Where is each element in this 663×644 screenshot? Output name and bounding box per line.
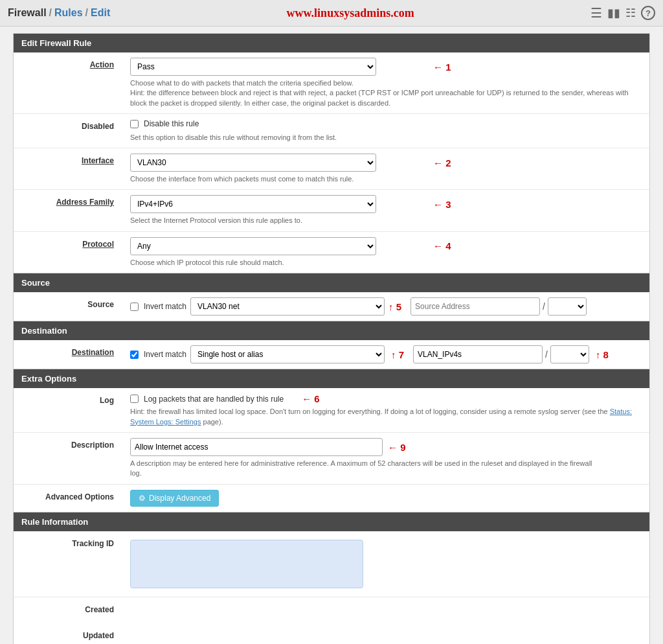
destination-invert-checkbox[interactable] xyxy=(130,351,139,359)
action-row: Action Pass Block Reject ← 1 Choose what… xyxy=(14,52,649,114)
disabled-hint: Set this option to disable this rule wit… xyxy=(130,133,643,143)
disabled-checkbox[interactable] xyxy=(130,120,139,128)
destination-address-group: / xyxy=(413,345,589,363)
breadcrumb: Firewall / Rules / Edit xyxy=(8,7,110,19)
annotation-5: ↑ 5 xyxy=(388,301,401,312)
source-invert-label[interactable]: Invert match xyxy=(130,302,186,311)
address-family-content: IPv4+IPv6 IPv4 IPv6 ← 3 Select the Inter… xyxy=(124,190,649,231)
help-icon[interactable]: ? xyxy=(641,6,655,20)
edit-link[interactable]: Edit xyxy=(91,7,110,19)
log-label: Log xyxy=(14,388,124,432)
rule-information-header: Rule Information xyxy=(14,512,649,531)
extra-options-section: Extra Options Log Log packets that are h… xyxy=(13,369,650,512)
annotation-6: ← 6 xyxy=(302,393,320,404)
action-label: Action xyxy=(14,52,124,113)
rule-information-section: Rule Information Tracking ID Created Upd… xyxy=(13,512,650,644)
disabled-content: Disable this rule Set this option to dis… xyxy=(124,114,649,148)
source-field-label: Source xyxy=(14,292,124,321)
destination-address-input[interactable] xyxy=(413,345,543,363)
source-cidr-select[interactable] xyxy=(548,297,587,316)
annotation-1: ← 1 xyxy=(433,62,451,73)
description-hint: A description may be entered here for ad… xyxy=(130,459,643,479)
description-row: Description ← 9 A description may be ent… xyxy=(14,433,649,485)
address-family-label: Address Family xyxy=(14,190,124,231)
advanced-options-label: Advanced Options xyxy=(14,485,124,512)
protocol-hint: Choose which IP protocol this rule shoul… xyxy=(130,258,643,268)
address-family-hint: Select the Internet Protocol version thi… xyxy=(130,216,643,225)
source-address-group: / xyxy=(410,297,587,316)
destination-content: Invert match Single host or alias any VL… xyxy=(124,340,649,369)
created-content xyxy=(124,597,649,623)
protocol-select[interactable]: Any TCP UDP ICMP xyxy=(130,237,376,255)
top-bar: Firewall / Rules / Edit www.linuxsysadmi… xyxy=(0,0,663,27)
disabled-row: Disabled Disable this rule Set this opti… xyxy=(14,114,649,148)
interface-row: Interface VLAN30 WAN LAN ← 2 Choose the … xyxy=(14,148,649,190)
extra-options-header: Extra Options xyxy=(14,369,649,388)
annotation-2: ← 2 xyxy=(433,157,451,168)
source-section: Source Source Invert match VLAN30 net an… xyxy=(13,273,650,321)
destination-section: Destination Destination Invert match Sin… xyxy=(13,321,650,369)
sep1: / xyxy=(49,7,52,19)
annotation-7: ↑ 7 xyxy=(391,349,404,360)
sep2: / xyxy=(85,7,88,19)
brand-label: Firewall xyxy=(8,7,47,19)
source-row: Source Invert match VLAN30 net any Singl… xyxy=(14,292,649,321)
source-address-input[interactable] xyxy=(410,297,540,316)
action-content: Pass Block Reject ← 1 Choose what to do … xyxy=(124,52,649,113)
description-input[interactable] xyxy=(130,438,383,456)
created-label: Created xyxy=(14,597,124,623)
log-hint: Hint: the firewall has limited local log… xyxy=(130,407,643,427)
destination-row: Destination Invert match Single host or … xyxy=(14,340,649,369)
description-content: ← 9 A description may be entered here fo… xyxy=(124,433,649,484)
destination-invert-label[interactable]: Invert match xyxy=(130,350,186,359)
annotation-9: ← 9 xyxy=(388,442,406,453)
annotation-4: ← 4 xyxy=(433,240,451,251)
address-family-row: Address Family IPv4+IPv6 IPv4 IPv6 ← 3 S… xyxy=(14,190,649,231)
interface-label: Interface xyxy=(14,148,124,189)
destination-cidr-select[interactable] xyxy=(550,345,589,363)
source-type-select[interactable]: VLAN30 net any Single host or alias xyxy=(190,297,385,316)
protocol-row: Protocol Any TCP UDP ICMP ← 4 Choose whi… xyxy=(14,232,649,273)
protocol-content: Any TCP UDP ICMP ← 4 Choose which IP pro… xyxy=(124,232,649,273)
main-content: Edit Firewall Rule Action Pass Block Rej… xyxy=(6,27,657,644)
advanced-options-row: Advanced Options ⚙ Display Advanced xyxy=(14,485,649,512)
table-icon[interactable]: ☷ xyxy=(625,6,636,20)
annotation-3: ← 3 xyxy=(433,199,451,210)
address-family-select[interactable]: IPv4+IPv6 IPv4 IPv6 xyxy=(130,195,376,213)
description-label: Description xyxy=(14,433,124,484)
updated-row: Updated xyxy=(14,623,649,644)
log-checkbox-label[interactable]: Log packets that are handled by this rul… xyxy=(130,395,284,404)
source-invert-checkbox[interactable] xyxy=(130,303,139,311)
destination-type-select[interactable]: Single host or alias any VLAN30 net xyxy=(190,345,385,363)
tracking-id-row: Tracking ID xyxy=(14,531,649,597)
rules-link[interactable]: Rules xyxy=(54,7,83,19)
source-header: Source xyxy=(14,273,649,292)
interface-hint: Choose the interface from which packets … xyxy=(130,174,643,184)
log-content: Log packets that are handled by this rul… xyxy=(124,388,649,432)
edit-firewall-rule-section: Edit Firewall Rule Action Pass Block Rej… xyxy=(13,33,650,273)
sliders-icon[interactable]: ☰ xyxy=(590,5,602,21)
tracking-id-label: Tracking ID xyxy=(14,531,124,597)
log-checkbox[interactable] xyxy=(130,395,139,403)
interface-select[interactable]: VLAN30 WAN LAN xyxy=(130,154,376,172)
updated-label: Updated xyxy=(14,623,124,644)
advanced-options-content: ⚙ Display Advanced xyxy=(124,485,649,512)
disabled-checkbox-label[interactable]: Disable this rule xyxy=(130,119,199,128)
destination-header: Destination xyxy=(14,321,649,340)
annotation-8: ↑ 8 xyxy=(596,349,609,360)
action-select[interactable]: Pass Block Reject xyxy=(130,58,376,76)
top-bar-icons: ☰ ▮▮ ☷ ? xyxy=(590,5,655,21)
chart-icon[interactable]: ▮▮ xyxy=(607,6,620,20)
interface-content: VLAN30 WAN LAN ← 2 Choose the interface … xyxy=(124,148,649,189)
disabled-label: Disabled xyxy=(14,114,124,148)
updated-content xyxy=(124,623,649,644)
destination-field-label: Destination xyxy=(14,340,124,369)
gear-icon: ⚙ xyxy=(139,494,146,503)
log-row: Log Log packets that are handled by this… xyxy=(14,388,649,433)
edit-firewall-rule-header: Edit Firewall Rule xyxy=(14,34,649,52)
display-advanced-button[interactable]: ⚙ Display Advanced xyxy=(130,490,219,507)
tracking-box xyxy=(130,540,363,588)
protocol-label: Protocol xyxy=(14,232,124,273)
tracking-id-content xyxy=(124,531,649,597)
website-banner: www.linuxsysadmins.com xyxy=(287,6,414,20)
